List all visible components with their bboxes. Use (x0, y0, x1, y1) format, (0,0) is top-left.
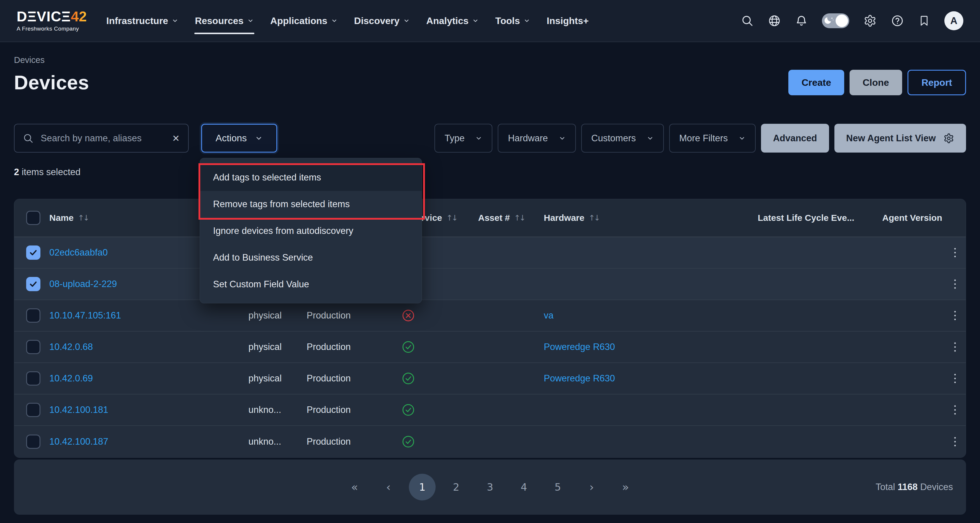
sort-icon[interactable]: ↑↓ (514, 213, 525, 222)
filter-dropdown[interactable]: Type (434, 124, 492, 152)
row-checkbox[interactable] (26, 434, 40, 449)
row-checkbox[interactable] (26, 246, 40, 260)
name-cell: 10.10.47.105:161 (49, 310, 248, 321)
nav-item[interactable]: Analytics (426, 11, 479, 31)
nav-item[interactable]: Discovery (354, 11, 410, 31)
row-menu-button[interactable] (951, 402, 959, 418)
search-input[interactable] (40, 133, 165, 144)
name-cell: 10.42.0.68 (49, 342, 248, 352)
nav-item[interactable]: Infrastructure (107, 11, 178, 31)
menu-item[interactable]: Add tags to selected items (200, 164, 422, 191)
device-name-link[interactable]: 10.42.100.187 (49, 436, 108, 447)
kebab-icon (953, 277, 957, 291)
main-nav: Infrastructure Resources Applications Di… (107, 11, 589, 31)
row-checkbox-cell (14, 246, 49, 260)
row-menu-button[interactable] (951, 276, 959, 292)
menu-item[interactable]: Set Custom Field Value (200, 271, 422, 298)
nav-item[interactable]: Insights+ (547, 11, 589, 31)
row-checkbox[interactable] (26, 340, 40, 354)
page-header: Devices Create Clone Report (14, 70, 966, 95)
device-name-link[interactable]: 10.10.47.105:161 (49, 310, 121, 320)
breadcrumb[interactable]: Devices (14, 55, 45, 65)
nav-item[interactable]: Tools (495, 11, 530, 31)
create-button[interactable]: Create (788, 70, 844, 95)
sort-icon[interactable]: ↑↓ (589, 213, 599, 222)
in-service-cell (400, 341, 478, 353)
device-name-link[interactable]: 10.42.0.68 (49, 342, 93, 352)
column-header[interactable]: Agent Version (882, 213, 944, 223)
sort-icon[interactable]: ↑↓ (78, 213, 89, 222)
menu-item[interactable]: Add to Business Service (200, 244, 422, 271)
row-menu-button[interactable] (951, 307, 959, 324)
type-cell: unkno... (248, 404, 307, 415)
help-button[interactable] (891, 14, 904, 27)
total-prefix: Total (876, 482, 895, 492)
nav-item[interactable]: Applications (270, 11, 337, 31)
row-menu-button[interactable] (951, 244, 959, 261)
row-checkbox-cell (14, 340, 49, 354)
global-search-button[interactable] (741, 14, 754, 27)
column-header-label: Hardware (544, 213, 584, 223)
user-avatar[interactable]: A (944, 11, 963, 30)
filter-dropdown[interactable]: Hardware (498, 124, 576, 152)
search-box[interactable]: ✕ (14, 124, 189, 152)
select-all-checkbox[interactable] (26, 211, 40, 225)
menu-item[interactable]: Remove tags from selected items (200, 191, 422, 217)
pagination-page[interactable]: 1 (409, 474, 436, 501)
service-level-cell: Production (307, 373, 400, 384)
row-menu-button[interactable] (951, 433, 959, 450)
device-name-link[interactable]: 08-upload-2-229 (49, 279, 117, 289)
row-checkbox[interactable] (26, 403, 40, 417)
bookmarks-button[interactable] (918, 15, 930, 27)
in-service-cell (400, 435, 478, 448)
in-service-cell (400, 403, 478, 417)
pagination-page[interactable]: 5 (544, 474, 571, 501)
device-name-link[interactable]: 10.42.0.69 (49, 373, 93, 384)
device-name-link[interactable]: 10.42.100.181 (49, 404, 108, 415)
pagination-next[interactable]: › (578, 474, 605, 501)
chevron-down-icon (255, 135, 262, 142)
pagination-first[interactable]: « (341, 474, 368, 501)
clear-search-icon[interactable]: ✕ (172, 133, 180, 144)
column-header[interactable]: Latest Life Cycle Eve... (758, 213, 882, 223)
sort-icon[interactable]: ↑↓ (446, 213, 457, 222)
notifications-button[interactable] (795, 14, 808, 27)
table-row: 10.42.100.187 unkno... Production (14, 426, 966, 457)
pagination-page[interactable]: 3 (477, 474, 503, 501)
row-menu-button[interactable] (951, 339, 959, 355)
column-header[interactable]: Hardware ↑↓ (544, 213, 758, 223)
column-header-label: Agent Version (882, 213, 942, 223)
row-checkbox[interactable] (26, 371, 40, 385)
pagination-page[interactable]: 4 (511, 474, 537, 501)
column-header[interactable]: Asset # ↑↓ (478, 213, 544, 223)
hardware-link[interactable]: Poweredge R630 (544, 373, 615, 384)
service-level-cell: Production (307, 436, 400, 447)
pagination-page[interactable]: 2 (443, 474, 469, 501)
brand-logo[interactable]: DΞVICΞ42 A Freshworks Company (17, 10, 87, 32)
filter-label: More Filters (679, 133, 728, 144)
devices-table: Name ↑↓ Type ↑↓ Service Level ↑↓ In Serv… (14, 199, 966, 458)
device-name-link[interactable]: 02edc6aabfa0 (49, 247, 108, 258)
pagination-last[interactable]: » (612, 474, 639, 501)
chevron-down-icon (647, 135, 654, 142)
report-button[interactable]: Report (907, 70, 966, 95)
actions-dropdown-button[interactable]: Actions (201, 124, 277, 152)
language-globe-button[interactable] (768, 14, 781, 27)
table-row: 08-upload-2-229 (14, 269, 966, 300)
filter-dropdown[interactable]: Customers (581, 124, 664, 152)
hardware-link[interactable]: Poweredge R630 (544, 342, 615, 352)
new-agent-list-view-button[interactable]: New Agent List View (834, 124, 966, 152)
theme-toggle[interactable] (822, 13, 849, 28)
row-checkbox[interactable] (26, 277, 40, 291)
filter-dropdown[interactable]: More Filters (669, 124, 756, 152)
pagination-prev[interactable]: ‹ (375, 474, 402, 501)
advanced-filters-button[interactable]: Advanced (761, 124, 829, 152)
clone-button[interactable]: Clone (850, 70, 902, 95)
menu-item[interactable]: Ignore devices from autodiscovery (200, 217, 422, 244)
settings-button[interactable] (864, 14, 877, 27)
row-checkbox[interactable] (26, 308, 40, 323)
nav-item[interactable]: Resources (195, 11, 254, 31)
row-menu-button[interactable] (951, 370, 959, 387)
check-icon (28, 247, 38, 258)
hardware-link[interactable]: va (544, 310, 554, 320)
